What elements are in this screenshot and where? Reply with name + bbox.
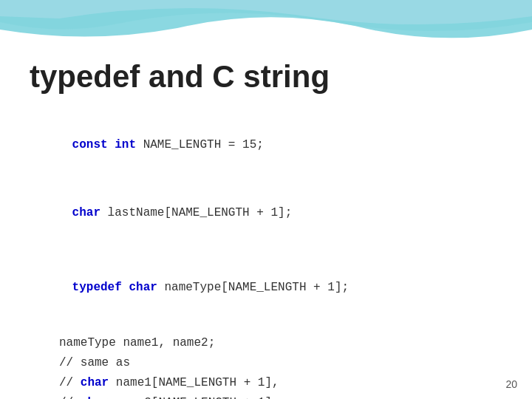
keyword-const: const bbox=[72, 138, 108, 151]
code-block: const int NAME_LENGTH = 15; char lastNam… bbox=[30, 115, 502, 399]
code-spacer-5 bbox=[30, 326, 502, 333]
code-line-3: char lastName[NAME_LENGTH + 1]; bbox=[30, 183, 502, 244]
code-spacer-2 bbox=[30, 243, 502, 250]
keyword-char-3: char bbox=[81, 376, 109, 389]
code-line-9: // char name1[NAME_LENGTH + 1], bbox=[30, 373, 502, 393]
code-line-5: typedef char nameType[NAME_LENGTH + 1]; bbox=[30, 258, 502, 318]
code-spacer-4 bbox=[30, 318, 502, 326]
top-decoration bbox=[0, 0, 532, 44]
keyword-int: int bbox=[115, 138, 136, 151]
code-spacer-3 bbox=[30, 250, 502, 258]
code-line-1: const int NAME_LENGTH = 15; bbox=[30, 115, 502, 176]
keyword-char-4: char bbox=[81, 396, 109, 399]
slide-title: typedef and C string bbox=[30, 59, 502, 95]
keyword-char-2: char bbox=[129, 281, 157, 294]
code-spacer-1 bbox=[30, 176, 502, 183]
slide-content: typedef and C string const int NAME_LENG… bbox=[0, 44, 532, 399]
keyword-typedef: typedef bbox=[72, 281, 122, 294]
code-line-10: // char name2[NAME_LENGTH + 1]; bbox=[30, 393, 502, 399]
code-line-7: nameType name1, name2; bbox=[30, 333, 502, 353]
code-line-8: // same as bbox=[30, 353, 502, 373]
page-number: 20 bbox=[505, 378, 517, 390]
keyword-char-1: char bbox=[72, 206, 100, 219]
